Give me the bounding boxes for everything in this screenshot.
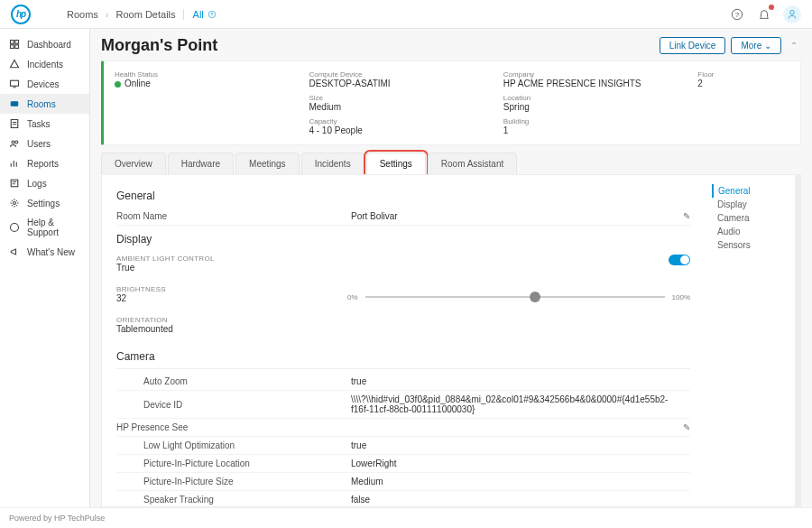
autozoom-key: Auto Zoom	[116, 376, 351, 386]
help-icon[interactable]: ?	[729, 6, 745, 23]
alc-toggle[interactable]	[669, 255, 690, 265]
sidebar-item-logs[interactable]: Logs	[0, 173, 89, 193]
section-camera: Camera	[116, 350, 690, 363]
lowlight-key: Low Light Optimization	[116, 440, 351, 450]
settings-body[interactable]: General Room Name Port Bolivar ✎ Display…	[102, 175, 705, 506]
pnav-general[interactable]: General	[712, 184, 788, 198]
building-value: 1	[503, 125, 687, 135]
slider-max: 100%	[672, 293, 690, 301]
pipsize-key: Picture-In-Picture Size	[116, 477, 351, 486]
sidebar-item-tasks[interactable]: Tasks	[0, 114, 89, 134]
alc-key: AMBIENT LIGHT CONTROL	[116, 255, 669, 263]
sidebar-item-reports[interactable]: Reports	[0, 153, 89, 173]
brightness-key: BRIGHTNESS	[116, 285, 333, 293]
sidebar-item-settings[interactable]: Settings	[0, 193, 89, 213]
lowlight-value: true	[351, 440, 669, 450]
scrollbar[interactable]	[795, 175, 800, 506]
building-label: Building	[503, 117, 687, 125]
tabs: Overview Hardware Meetings Incidents Set…	[101, 153, 801, 174]
svg-rect-7	[11, 45, 14, 49]
svg-rect-5	[11, 41, 14, 44]
breadcrumb-root[interactable]: Rooms	[67, 9, 98, 20]
svg-rect-14	[11, 180, 18, 187]
alc-value: True	[116, 263, 669, 273]
orientation-key: ORIENTATION	[116, 316, 690, 324]
svg-point-15	[14, 202, 16, 205]
room-name-value: Port Bolivar	[351, 211, 669, 221]
pnav-camera[interactable]: Camera	[712, 211, 788, 225]
breadcrumb-filter[interactable]: All ?	[183, 9, 217, 20]
megaphone-icon	[9, 246, 20, 257]
gear-icon	[9, 198, 20, 208]
pnav-display[interactable]: Display	[712, 198, 788, 211]
svg-point-13	[15, 141, 18, 144]
svg-point-16	[11, 224, 19, 232]
size-value: Medium	[309, 102, 492, 112]
pnav-sensors[interactable]: Sensors	[712, 238, 788, 252]
settings-panel: General Room Name Port Bolivar ✎ Display…	[101, 174, 801, 507]
floor-value: 2	[697, 79, 789, 88]
svg-text:?: ?	[210, 11, 213, 16]
brightness-slider[interactable]	[365, 296, 665, 298]
users-icon	[9, 138, 20, 149]
capacity-label: Capacity	[309, 117, 492, 125]
sidebar-item-incidents[interactable]: Incidents	[0, 54, 89, 74]
tab-meetings[interactable]: Meetings	[235, 153, 300, 174]
info-icon: ?	[208, 10, 217, 19]
user-avatar[interactable]	[783, 5, 801, 23]
collapse-icon[interactable]: ⌃	[787, 39, 801, 52]
piploc-value: LowerRight	[351, 459, 669, 468]
tab-hardware[interactable]: Hardware	[168, 153, 234, 174]
svg-point-12	[12, 141, 14, 144]
svg-rect-11	[11, 120, 18, 128]
rooms-icon	[9, 98, 20, 109]
svg-rect-10	[11, 102, 18, 107]
size-label: Size	[309, 94, 492, 102]
room-name-key: Room Name	[116, 211, 351, 221]
svg-point-4	[790, 10, 795, 14]
edit-presence-icon[interactable]: ✎	[683, 422, 690, 432]
hp-logo: hp	[11, 5, 31, 24]
company-label: Company	[503, 70, 687, 79]
sidebar-item-help[interactable]: Help & Support	[0, 213, 89, 242]
sidebar-item-devices[interactable]: Devices	[0, 74, 89, 94]
pipsize-value: Medium	[351, 477, 669, 486]
svg-rect-8	[15, 45, 19, 49]
page-title: Morgan's Point	[101, 36, 217, 55]
tasks-icon	[9, 118, 20, 129]
reports-icon	[9, 158, 20, 169]
sidebar-item-rooms[interactable]: Rooms	[0, 94, 89, 114]
svg-rect-9	[11, 80, 19, 86]
topbar: hp Rooms › Room Details All ? ?	[0, 0, 812, 29]
chevron-down-icon: ⌄	[764, 41, 771, 51]
speaker-key: Speaker Tracking	[116, 495, 351, 505]
notifications-icon[interactable]	[756, 6, 772, 23]
piploc-key: Picture-In-Picture Location	[116, 459, 351, 468]
section-general: General	[116, 190, 690, 202]
tab-incidents[interactable]: Incidents	[301, 153, 364, 174]
speaker-value: false	[351, 495, 669, 505]
room-summary: Health StatusOnline Compute DeviceDESKTO…	[101, 60, 801, 145]
svg-rect-6	[15, 41, 19, 44]
compute-label: Compute Device	[309, 70, 492, 79]
more-button[interactable]: More ⌄	[731, 37, 781, 54]
link-device-button[interactable]: Link Device	[660, 37, 726, 54]
sidebar-item-users[interactable]: Users	[0, 134, 89, 153]
online-dot-icon	[115, 81, 121, 88]
svg-text:?: ?	[735, 11, 740, 19]
slider-min: 0%	[347, 293, 358, 301]
location-label: Location	[503, 94, 687, 102]
pnav-audio[interactable]: Audio	[712, 225, 788, 238]
brightness-value: 32	[116, 293, 333, 303]
tab-settings[interactable]: Settings	[366, 153, 426, 174]
tab-room-assistant[interactable]: Room Assistant	[428, 153, 517, 174]
sidebar-item-dashboard[interactable]: Dashboard	[0, 34, 89, 54]
edit-room-name-icon[interactable]: ✎	[683, 211, 690, 221]
breadcrumb-sep: ›	[106, 9, 109, 20]
health-value: Online	[115, 79, 298, 88]
section-display: Display	[116, 233, 690, 245]
sidebar: Dashboard Incidents Devices Rooms Tasks …	[0, 29, 90, 507]
dashboard-icon	[9, 39, 20, 50]
tab-overview[interactable]: Overview	[101, 153, 166, 174]
sidebar-item-whatsnew[interactable]: What's New	[0, 242, 89, 262]
